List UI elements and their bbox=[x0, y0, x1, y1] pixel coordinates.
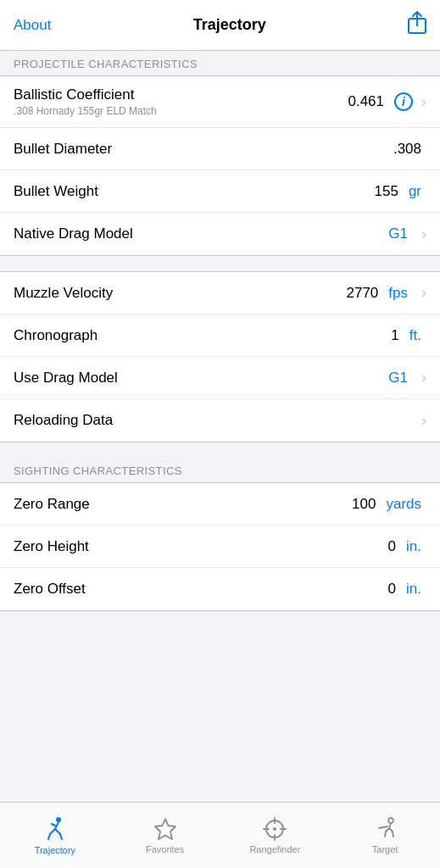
crosshair-icon bbox=[262, 816, 287, 842]
svg-line-17 bbox=[389, 823, 391, 828]
zero-height-value: 0 bbox=[388, 538, 396, 555]
trajectory-tab-label: Trajectory bbox=[35, 845, 76, 855]
zero-height-label: Zero Height bbox=[14, 538, 388, 555]
muzzle-section: Muzzle Velocity 2770 fps › Chronograph 1… bbox=[0, 271, 440, 442]
svg-marker-9 bbox=[155, 819, 175, 839]
tab-target[interactable]: Target bbox=[330, 816, 440, 854]
star-icon bbox=[153, 816, 178, 842]
muzzle-velocity-unit: fps bbox=[388, 285, 408, 302]
muzzle-velocity-row[interactable]: Muzzle Velocity 2770 fps › bbox=[0, 272, 440, 314]
tab-trajectory[interactable]: Trajectory bbox=[0, 815, 110, 855]
bullet-diameter-value: .308 bbox=[393, 141, 421, 158]
zero-range-unit: yards bbox=[386, 496, 421, 513]
share-button[interactable] bbox=[408, 11, 426, 39]
native-drag-model-row[interactable]: Native Drag Model G1 › bbox=[0, 213, 440, 255]
svg-line-4 bbox=[50, 829, 55, 834]
chronograph-row[interactable]: Chronograph 1 ft. bbox=[0, 314, 440, 357]
spacer-3 bbox=[0, 611, 440, 626]
svg-line-20 bbox=[385, 832, 386, 837]
ballistic-coefficient-value: 0.461 bbox=[348, 93, 384, 110]
ballistic-coefficient-sublabel: .308 Hornady 155gr ELD Match bbox=[14, 105, 348, 117]
zero-offset-value: 0 bbox=[388, 581, 396, 598]
tab-favorites[interactable]: Favorites bbox=[110, 816, 220, 854]
use-drag-model-label: Use Drag Model bbox=[14, 370, 388, 387]
use-drag-model-row[interactable]: Use Drag Model G1 › bbox=[0, 357, 440, 399]
chronograph-unit: ft. bbox=[409, 327, 421, 344]
bullet-diameter-label: Bullet Diameter bbox=[14, 141, 393, 158]
chronograph-value: 1 bbox=[391, 327, 398, 344]
svg-point-15 bbox=[273, 827, 276, 831]
zero-height-row[interactable]: Zero Height 0 in. bbox=[0, 526, 440, 568]
reloading-data-chevron: › bbox=[421, 412, 426, 430]
muzzle-velocity-chevron: › bbox=[421, 284, 426, 302]
use-drag-model-chevron: › bbox=[421, 369, 426, 387]
tab-bar: Trajectory Favorites Rangefinder bbox=[0, 802, 440, 868]
bullet-weight-value: 155 bbox=[375, 183, 398, 200]
tab-rangefinder[interactable]: Rangefinder bbox=[220, 816, 331, 854]
native-drag-model-value: G1 bbox=[388, 225, 408, 242]
bullet-weight-row[interactable]: Bullet Weight 155 gr bbox=[0, 170, 440, 213]
svg-line-22 bbox=[379, 826, 387, 828]
about-button[interactable]: About bbox=[14, 17, 51, 34]
bullet-weight-unit: gr bbox=[409, 183, 421, 200]
bullet-diameter-row[interactable]: Bullet Diameter .308 bbox=[0, 128, 440, 170]
ballistic-coefficient-label: Ballistic Coefficient bbox=[14, 86, 348, 103]
reloading-data-row[interactable]: Reloading Data › bbox=[0, 399, 440, 442]
navigation-bar: About Trajectory bbox=[0, 0, 440, 51]
bullet-weight-label: Bullet Weight bbox=[14, 183, 375, 200]
zero-range-label: Zero Range bbox=[14, 496, 352, 513]
spacer-1 bbox=[0, 256, 440, 271]
svg-line-7 bbox=[60, 834, 62, 839]
svg-line-21 bbox=[393, 832, 393, 837]
sighting-section: Zero Range 100 yards Zero Height 0 in. Z… bbox=[0, 482, 440, 611]
ballistic-coefficient-chevron: › bbox=[421, 93, 426, 111]
spacer-2 bbox=[0, 442, 440, 458]
zero-range-row[interactable]: Zero Range 100 yards bbox=[0, 483, 440, 526]
trajectory-icon bbox=[42, 815, 69, 843]
native-drag-model-chevron: › bbox=[421, 225, 426, 243]
zero-offset-unit: in. bbox=[406, 581, 421, 598]
share-icon bbox=[408, 11, 426, 35]
info-icon[interactable]: i bbox=[394, 92, 413, 111]
ballistic-coefficient-row[interactable]: Ballistic Coefficient .308 Hornady 155gr… bbox=[0, 76, 440, 128]
svg-line-5 bbox=[55, 829, 60, 834]
target-tab-label: Target bbox=[372, 844, 398, 854]
use-drag-model-value: G1 bbox=[388, 370, 408, 387]
chronograph-label: Chronograph bbox=[14, 327, 391, 344]
zero-height-unit: in. bbox=[406, 538, 421, 555]
target-icon bbox=[372, 816, 398, 842]
svg-point-16 bbox=[388, 818, 393, 823]
svg-line-8 bbox=[52, 824, 55, 826]
projectile-section: Ballistic Coefficient .308 Hornady 155gr… bbox=[0, 75, 440, 256]
projectile-section-header: PROJECTILE CHARACTERISTICS bbox=[0, 51, 440, 75]
native-drag-model-label: Native Drag Model bbox=[14, 225, 388, 242]
zero-range-value: 100 bbox=[352, 496, 376, 513]
svg-line-6 bbox=[48, 834, 50, 839]
reloading-data-label: Reloading Data bbox=[14, 412, 418, 429]
sighting-section-header: SIGHTING CHARACTERISTICS bbox=[0, 458, 440, 482]
rangefinder-tab-label: Rangefinder bbox=[249, 844, 300, 854]
favorites-tab-label: Favorites bbox=[146, 844, 184, 854]
page-content: About Trajectory PROJECTILE CHARACTERIST… bbox=[0, 0, 440, 693]
zero-offset-row[interactable]: Zero Offset 0 in. bbox=[0, 568, 440, 610]
page-title: Trajectory bbox=[193, 16, 266, 34]
muzzle-velocity-label: Muzzle Velocity bbox=[14, 285, 346, 302]
muzzle-velocity-value: 2770 bbox=[346, 285, 378, 302]
zero-offset-label: Zero Offset bbox=[14, 581, 388, 598]
